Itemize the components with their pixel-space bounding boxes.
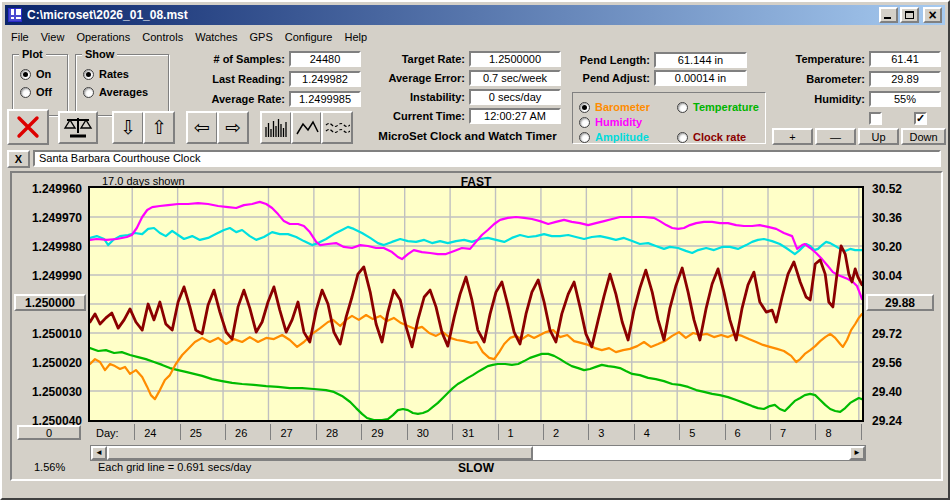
day-label-29: 29 (371, 427, 383, 439)
day-label-5: 5 (689, 427, 695, 439)
day-axis-label: Day: (96, 427, 119, 439)
humidity-label: Humidity: (770, 93, 865, 105)
channel-radio-amplitude[interactable] (579, 132, 590, 143)
wave-view-button[interactable] (321, 111, 353, 144)
chart-scrollbar[interactable]: ◄ ► (90, 445, 866, 461)
menu-help[interactable]: Help (339, 29, 374, 45)
day-tick-12 (679, 424, 680, 440)
percent-label: 1.56% (34, 461, 65, 473)
day-label-31: 31 (462, 427, 474, 439)
menu-file[interactable]: File (5, 29, 35, 45)
show-group: Show RatesAverages (75, 54, 169, 116)
day-tick-11 (634, 424, 635, 440)
close-button[interactable]: × (923, 7, 942, 23)
option-averages[interactable]: Averages (83, 83, 168, 101)
right-axis-button-label: 29.88 (885, 296, 915, 310)
right-axis-tick-1: 30.36 (872, 211, 902, 225)
env-checkbox-1[interactable] (869, 112, 882, 125)
channel-radio-temperature[interactable] (677, 102, 688, 113)
show-radio-averages[interactable] (83, 87, 94, 98)
option-rates[interactable]: Rates (83, 65, 168, 83)
plot-group: Plot OnOff (12, 54, 68, 116)
average-rate-value: 1.2499985 (289, 91, 361, 107)
scrollbar-right-arrow[interactable]: ► (849, 446, 865, 460)
shift-up-button[interactable]: ⇧ (143, 111, 175, 144)
scrollbar-thumb[interactable] (107, 446, 533, 460)
plus-button[interactable]: + (772, 128, 813, 145)
rate-calculator-button[interactable] (58, 111, 98, 144)
field-row-humidity: Humidity:55% (770, 91, 941, 107)
field-row-pend-length: Pend Length:61.144 in (564, 52, 747, 68)
left-axis-tick-2: 1.249980 (12, 240, 82, 254)
minus-button[interactable]: — (815, 128, 856, 145)
shift-right-button[interactable]: ⇨ (217, 111, 249, 144)
app-window: C:\microset\2026_01_08.mst × FileViewOpe… (0, 0, 950, 500)
arrow-right-icon: ⇨ (225, 118, 241, 137)
day-tick-4 (316, 424, 317, 440)
channel-radio-barometer[interactable] (579, 102, 590, 113)
menu-configure[interactable]: Configure (279, 29, 339, 45)
menu-view[interactable]: View (35, 29, 71, 45)
menu-gps[interactable]: GPS (244, 29, 279, 45)
show-radio-rates[interactable] (83, 69, 94, 80)
shift-left-button[interactable]: ⇦ (186, 111, 218, 144)
channel-label-humidity: Humidity (595, 116, 642, 128)
channel-radio-clock-rate[interactable] (677, 132, 688, 143)
left-axis-button[interactable]: 1.250000 (14, 294, 86, 311)
histogram-view-button[interactable] (260, 111, 292, 144)
instability-label: Instability: (370, 91, 465, 103)
channel-temperature[interactable]: Temperature (677, 98, 759, 116)
app-caption: MicroSet Clock and Watch Timer (370, 130, 565, 142)
right-axis-tick-5: 29.72 (872, 327, 902, 341)
down-button[interactable]: Down (901, 128, 946, 145)
scrollbar-left-arrow[interactable]: ◄ (91, 446, 107, 460)
close-icon: × (928, 10, 936, 20)
shift-down-button[interactable]: ⇩ (112, 111, 144, 144)
series-name-input[interactable]: Santa Barbara Courthouse Clock (33, 150, 941, 167)
field-row-pend-adjust: Pend Adjust:0.00014 in (564, 70, 747, 86)
last-reading-value: 1.249982 (289, 71, 361, 87)
delete-button[interactable] (7, 109, 49, 145)
minimize-button[interactable] (879, 7, 898, 23)
plot-label-on: On (36, 68, 51, 80)
day-label-26: 26 (235, 427, 247, 439)
menu-watches[interactable]: Watches (189, 29, 243, 45)
channel-label-clock-rate: Clock rate (693, 131, 746, 143)
channel-radio-humidity[interactable] (579, 117, 590, 128)
day-label-24: 24 (144, 427, 156, 439)
down-label: Down (909, 131, 937, 143)
plot-area (88, 186, 864, 422)
option-on[interactable]: On (20, 65, 67, 83)
channel-amplitude[interactable]: Amplitude (579, 128, 649, 146)
pend-length-label: Pend Length: (564, 54, 650, 66)
pend-length-value: 61.144 in (654, 52, 747, 68)
clear-series-button[interactable]: X (7, 150, 30, 168)
menu-operations[interactable]: Operations (70, 29, 136, 45)
red-x-icon (14, 113, 42, 141)
line-view-button[interactable] (291, 111, 322, 144)
barometer-value: 29.89 (869, 71, 941, 87)
window-title: C:\microset\2026_01_08.mst (27, 8, 879, 22)
channel-clock-rate[interactable]: Clock rate (677, 128, 746, 146)
maximize-button[interactable] (900, 7, 919, 23)
option-off[interactable]: Off (20, 83, 67, 101)
right-axis-button[interactable]: 29.88 (866, 294, 934, 311)
title-bar[interactable]: C:\microset\2026_01_08.mst × (5, 5, 945, 25)
day-tick-0 (134, 424, 135, 440)
field-row-temperature: Temperature:61.41 (770, 51, 941, 67)
day-tick-14 (770, 424, 771, 440)
up-button[interactable]: Up (858, 128, 899, 145)
menu-controls[interactable]: Controls (136, 29, 189, 45)
menu-bar: FileViewOperationsControlsWatchesGPSConf… (5, 27, 945, 46)
field-row-average-error: Average Error:0.7 sec/week (370, 70, 561, 86)
pend-adjust-label: Pend Adjust: (564, 72, 650, 84)
day-label-7: 7 (780, 427, 786, 439)
field-row-barometer: Barometer:29.89 (770, 71, 941, 87)
env-checkbox-2[interactable]: ✓ (914, 112, 927, 125)
plot-canvas (90, 188, 862, 420)
day-tick-13 (725, 424, 726, 440)
average-rate-label: Average Rate: (187, 93, 285, 105)
plot-radio-off[interactable] (20, 87, 31, 98)
plot-radio-on[interactable] (20, 69, 31, 80)
instability-value: 0 secs/day (469, 89, 561, 105)
